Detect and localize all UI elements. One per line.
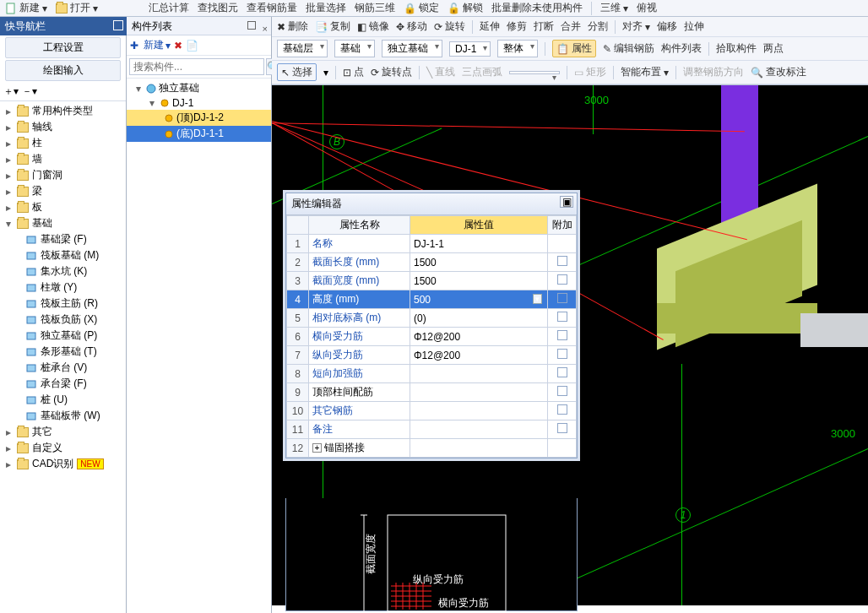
rect-tool[interactable]: ▭ 矩形 xyxy=(574,65,606,79)
property-row[interactable]: 6横向受力筋Φ12@200 xyxy=(287,328,577,346)
unlock-button[interactable]: 🔓解锁 xyxy=(448,1,483,15)
tree-item[interactable]: ▸柱 xyxy=(0,135,126,151)
split-button[interactable]: 分割 xyxy=(588,19,608,34)
property-row[interactable]: 12+锚固搭接 xyxy=(287,439,577,458)
tree-item[interactable]: ▸常用构件类型 xyxy=(0,103,126,119)
property-grid[interactable]: 属性名称 属性值 附加 1名称DJ-1-12截面长度 (mm)15003截面宽度… xyxy=(286,215,577,458)
component-leaf-bottom[interactable]: (底)DJ-1-1 xyxy=(127,126,271,142)
property-row[interactable]: 4高度 (mm)500 xyxy=(287,290,577,309)
exchange-button[interactable]: 汇总计算 xyxy=(149,1,189,15)
tree-item[interactable]: ▸板 xyxy=(0,199,126,215)
edit-steel-button[interactable]: ✎ 编辑钢筋 xyxy=(603,41,654,56)
property-row[interactable]: 9顶部柱间配筋 xyxy=(287,383,577,402)
search-component-button[interactable]: 查找图元 xyxy=(198,1,238,15)
close-icon[interactable]: ▣ xyxy=(560,196,573,208)
rotate-button[interactable]: ⟳ 旋转 xyxy=(434,19,465,34)
property-row[interactable]: 1名称DJ-1-1 xyxy=(287,235,577,253)
component-leaf-top[interactable]: (顶)DJ-1-2 xyxy=(127,110,271,126)
tree-subitem[interactable]: 基础板带 (W) xyxy=(0,408,126,424)
tree-subitem[interactable]: 筏板负筋 (X) xyxy=(0,312,126,328)
expand-plus-icon[interactable]: ＋▾ xyxy=(3,84,19,99)
property-editor-window[interactable]: 属性编辑器 ▣ 属性名称 属性值 附加 1名称DJ-1-12截面长度 (mm)1… xyxy=(285,193,578,458)
pin-icon[interactable] xyxy=(247,21,256,30)
tree-subitem[interactable]: 桩承台 (V) xyxy=(0,360,126,376)
tree-subitem[interactable]: 桩 (U) xyxy=(0,392,126,408)
delete-component-button[interactable]: ✖ xyxy=(174,40,182,52)
project-settings-button[interactable]: 工程设置 xyxy=(5,37,121,58)
adj-steel-button[interactable]: 调整钢筋方向 xyxy=(683,65,744,79)
pin-icon[interactable] xyxy=(113,20,123,30)
component-list-button[interactable]: 构件列表 xyxy=(661,41,702,56)
property-row[interactable]: 3截面宽度 (mm)1500 xyxy=(287,272,577,290)
component-search-input[interactable] xyxy=(129,58,264,75)
tree-subitem[interactable]: 条形基础 (T) xyxy=(0,344,126,360)
tree-item[interactable]: ▸CAD识别 NEW xyxy=(0,456,126,472)
point-tool[interactable]: ⊡ 点 xyxy=(343,65,364,79)
arc-combo[interactable] xyxy=(509,71,560,74)
trim-button[interactable]: 修剪 xyxy=(507,19,527,34)
tree-subitem[interactable]: 承台梁 (F) xyxy=(0,376,126,392)
batch-del-button[interactable]: 批量删除未使用构件 xyxy=(491,1,583,15)
property-row[interactable]: 11备注 xyxy=(287,420,577,439)
delete-button[interactable]: ✖ 删除 xyxy=(277,19,308,34)
view3d-button[interactable]: 三维 ▾ xyxy=(600,1,628,15)
break-button[interactable]: 打断 xyxy=(534,19,554,34)
tree-item[interactable]: ▸墙 xyxy=(0,151,126,167)
component-tree[interactable]: ▾独立基础 ▾DJ-1 (顶)DJ-1-2 (底)DJ-1-1 xyxy=(127,79,271,144)
tree-subitem[interactable]: 独立基础 (P) xyxy=(0,328,126,344)
component-root[interactable]: ▾独立基础 xyxy=(127,80,271,96)
open-button[interactable]: 打开 ▾ xyxy=(56,1,98,15)
tree-item[interactable]: ▸梁 xyxy=(0,183,126,199)
smart-layout-button[interactable]: 智能布置 ▾ xyxy=(621,65,669,79)
draw-input-button[interactable]: 绘图输入 xyxy=(5,60,121,81)
select-tool[interactable]: ↖ 选择 xyxy=(277,63,317,81)
tree-item[interactable]: ▸其它 xyxy=(0,424,126,440)
attr-toggle[interactable]: 📋 属性 xyxy=(552,40,596,57)
sub-combo[interactable]: 独立基础 xyxy=(382,40,442,57)
move-button[interactable]: ✥ 移动 xyxy=(396,19,427,34)
view-steel-button[interactable]: 查看钢筋量 xyxy=(247,1,297,15)
two-point-button[interactable]: 两点 xyxy=(763,41,784,56)
copy-component-button[interactable]: 📄 xyxy=(186,40,198,52)
arc3-tool[interactable]: 三点画弧 xyxy=(462,65,502,79)
property-row[interactable]: 2截面长度 (mm)1500 xyxy=(287,253,577,272)
floor-combo[interactable]: 基础层 xyxy=(277,40,328,57)
mirror-button[interactable]: ◧ 镜像 xyxy=(357,19,389,34)
offset-button[interactable]: 偏移 xyxy=(657,19,677,34)
tree-item[interactable]: ▾基础 xyxy=(0,215,126,231)
new-doc-button[interactable]: 新建 ▾ xyxy=(5,1,47,15)
name-combo[interactable]: DJ-1 xyxy=(449,41,491,57)
copy-button[interactable]: 📑 复制 xyxy=(315,19,350,34)
rot-point-tool[interactable]: ⟳ 旋转点 xyxy=(371,65,412,79)
extend-button[interactable]: 延伸 xyxy=(480,19,500,34)
property-editor-title[interactable]: 属性编辑器 ▣ xyxy=(286,193,577,215)
mark-button[interactable]: 🔍 查改标注 xyxy=(751,65,806,79)
kind-combo[interactable]: 基础 xyxy=(334,40,375,57)
tree-subitem[interactable]: 集水坑 (K) xyxy=(0,263,126,279)
tree-item[interactable]: ▸轴线 xyxy=(0,119,126,135)
line-tool[interactable]: ╲ 直线 xyxy=(426,65,455,79)
pick-component-button[interactable]: 拾取构件 xyxy=(716,41,757,56)
align-button[interactable]: 对齐 ▾ xyxy=(622,19,650,34)
close-icon[interactable]: × xyxy=(263,19,268,38)
tree-subitem[interactable]: 柱墩 (Y) xyxy=(0,279,126,296)
property-row[interactable]: 8短向加强筋 xyxy=(287,365,577,383)
collapse-minus-icon[interactable]: －▾ xyxy=(22,84,37,99)
property-row[interactable]: 5相对底标高 (m)(0) xyxy=(287,309,577,328)
new-component-button[interactable]: ✚新建 ▾ xyxy=(130,38,171,52)
merge-button[interactable]: 合并 xyxy=(561,19,581,34)
scope-combo[interactable]: 整体 xyxy=(497,40,538,57)
property-row[interactable]: 7纵向受力筋Φ12@200 xyxy=(287,346,577,365)
tree-subitem[interactable]: 筏板主筋 (R) xyxy=(0,296,126,312)
section-button[interactable]: 俯视 xyxy=(637,1,657,15)
tree-subitem[interactable]: 筏板基础 (M) xyxy=(0,247,126,263)
batch-select-button[interactable]: 批量选择 xyxy=(306,1,346,15)
nav-tree[interactable]: ▸常用构件类型▸轴线▸柱▸墙▸门窗洞▸梁▸板▾基础基础梁 (F)筏板基础 (M)… xyxy=(0,101,126,474)
tree-item[interactable]: ▸自定义 xyxy=(0,440,126,456)
property-row[interactable]: 10其它钢筋 xyxy=(287,402,577,420)
tree-item[interactable]: ▸门窗洞 xyxy=(0,167,126,183)
component-child[interactable]: ▾DJ-1 xyxy=(127,96,271,110)
lock-button[interactable]: 🔒锁定 xyxy=(404,1,439,15)
tree-subitem[interactable]: 基础梁 (F) xyxy=(0,231,126,247)
steel-3d-button[interactable]: 钢筋三维 xyxy=(355,1,395,15)
